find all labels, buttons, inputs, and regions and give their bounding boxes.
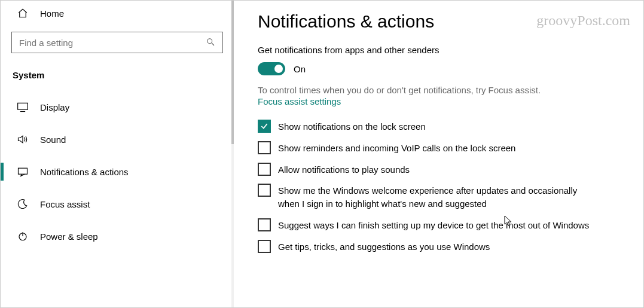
focus-assist-link[interactable]: Focus assist settings (258, 96, 341, 106)
sidebar-item-label: Focus assist (40, 199, 90, 209)
moon-icon (16, 199, 29, 209)
search-input-container[interactable] (11, 32, 223, 53)
sound-icon (16, 134, 29, 145)
nav-home-label: Home (40, 8, 64, 19)
search-icon (206, 37, 215, 48)
svg-line-1 (212, 43, 214, 45)
sidebar-item-sound[interactable]: Sound (1, 123, 234, 155)
sidebar-section-label: System (1, 64, 234, 91)
checkbox-row-play-sounds[interactable]: Allow notifications to play sounds (258, 163, 625, 176)
checkbox[interactable] (258, 141, 271, 154)
sidebar-item-power-sleep[interactable]: Power & sleep (1, 220, 234, 252)
svg-point-0 (207, 38, 212, 43)
search-input[interactable] (19, 38, 196, 48)
toggle-group-label: Get notifications from apps and other se… (258, 45, 625, 55)
checkbox[interactable] (258, 120, 271, 133)
display-icon (16, 102, 29, 112)
checkbox-label: Allow notifications to play sounds (278, 163, 410, 176)
svg-rect-2 (18, 103, 28, 109)
sidebar-scrollbar[interactable] (228, 1, 234, 307)
checkbox-label: Show reminders and incoming VoIP calls o… (278, 141, 515, 155)
checkbox-label: Show notifications on the lock screen (278, 120, 426, 133)
checkbox-row-tips[interactable]: Get tips, tricks, and suggestions as you… (258, 240, 625, 254)
toggle-state-label: On (294, 64, 306, 74)
notifications-toggle[interactable] (258, 62, 285, 75)
checkbox[interactable] (258, 240, 271, 253)
sidebar-item-focus-assist[interactable]: Focus assist (1, 188, 234, 220)
focus-assist-help: To control times when you do or don't ge… (258, 85, 625, 95)
checkbox-row-finish-setup[interactable]: Suggest ways I can finish setting up my … (258, 218, 625, 232)
checkbox-row-lock-screen[interactable]: Show notifications on the lock screen (258, 120, 625, 133)
checkbox[interactable] (258, 163, 271, 176)
svg-rect-4 (19, 168, 28, 174)
sidebar-item-notifications[interactable]: Notifications & actions (1, 155, 234, 188)
checkbox-label: Suggest ways I can finish setting up my … (278, 218, 589, 232)
sidebar-item-label: Power & sleep (40, 231, 98, 242)
power-icon (16, 231, 29, 242)
nav-home[interactable]: Home (1, 1, 234, 25)
checkbox-label: Get tips, tricks, and suggestions as you… (278, 240, 490, 254)
checkbox-row-welcome-experience[interactable]: Show me the Windows welcome experience a… (258, 184, 625, 211)
sidebar-item-label: Notifications & actions (40, 167, 129, 177)
sidebar-item-label: Sound (40, 135, 66, 145)
notifications-icon (16, 166, 29, 177)
home-icon (16, 8, 29, 19)
checkbox[interactable] (258, 218, 271, 231)
watermark-text: groovyPost.com (536, 13, 630, 29)
checkbox-row-reminders-voip[interactable]: Show reminders and incoming VoIP calls o… (258, 141, 625, 155)
checkbox-label: Show me the Windows welcome experience a… (278, 184, 601, 211)
sidebar-item-label: Display (40, 102, 69, 112)
main-panel: groovyPost.com Notifications & actions G… (234, 1, 643, 307)
checkbox[interactable] (258, 184, 271, 197)
sidebar-item-display[interactable]: Display (1, 91, 234, 123)
sidebar: Home System Display (1, 1, 234, 307)
